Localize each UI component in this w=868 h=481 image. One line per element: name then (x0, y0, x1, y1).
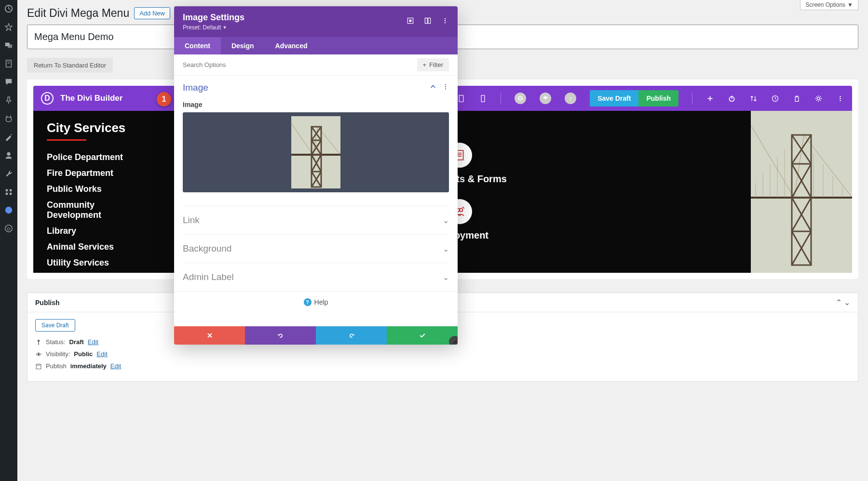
svg-point-32 (817, 97, 820, 99)
gear-icon[interactable] (814, 94, 823, 103)
plugins-icon[interactable] (4, 114, 14, 123)
cancel-button[interactable] (174, 326, 245, 345)
pin2-icon[interactable] (4, 95, 14, 105)
svg-rect-7 (6, 189, 8, 192)
media-icon[interactable] (4, 40, 14, 50)
section-admin-label[interactable]: Admin Label ⌄ (183, 263, 449, 291)
custom1-icon[interactable] (4, 205, 14, 215)
undo-circle-icon[interactable] (515, 93, 526, 104)
svg-rect-10 (10, 193, 12, 195)
search-options-input[interactable] (183, 58, 417, 71)
more-icon[interactable] (441, 17, 449, 27)
menu-heading: City Services (47, 120, 155, 135)
divi-menu-icon[interactable]: D (4, 224, 14, 233)
section-background[interactable]: Background ⌄ (183, 234, 449, 263)
tab-content[interactable]: Content (174, 37, 221, 54)
svg-point-35 (840, 100, 841, 101)
power-icon[interactable] (728, 94, 736, 103)
menu-list: Police Department Fire Department Public… (47, 149, 155, 271)
save-draft-button[interactable]: Save Draft (590, 90, 638, 107)
redo-button[interactable] (316, 326, 387, 345)
more-icon[interactable] (442, 83, 449, 92)
add-new-button[interactable]: Add New (134, 7, 170, 19)
confirm-button[interactable] (387, 326, 458, 345)
bridge-image (751, 111, 852, 273)
divi-logo-icon: D (41, 92, 54, 105)
tab-design[interactable]: Design (221, 37, 265, 54)
return-standard-editor-button[interactable]: Return To Standard Editor (27, 58, 113, 73)
tab-advanced[interactable]: Advanced (265, 37, 318, 54)
svg-text:D: D (7, 227, 11, 231)
pages-icon[interactable] (4, 59, 14, 68)
svg-rect-22 (459, 95, 463, 102)
settings-icon[interactable] (4, 187, 14, 197)
modal-title: Image Settings (183, 13, 244, 23)
heading-underline (47, 139, 86, 141)
svg-rect-76 (409, 20, 412, 22)
section-link[interactable]: Link ⌄ (183, 206, 449, 234)
svg-point-79 (445, 18, 446, 19)
undo-button[interactable] (245, 326, 316, 345)
divi-builder-title: The Divi Builder (60, 94, 122, 103)
tablet-icon[interactable] (457, 94, 465, 103)
edit-status-link[interactable]: Edit (88, 338, 98, 346)
publish-button[interactable]: Publish (638, 90, 678, 107)
pin-icon[interactable] (4, 22, 14, 32)
svg-rect-78 (428, 18, 431, 23)
history-icon[interactable] (771, 94, 779, 103)
screen-options-tab[interactable]: Screen Options ▼ (800, 0, 858, 10)
svg-point-34 (840, 98, 841, 99)
preset-dropdown[interactable]: Preset: Default ▼ (183, 24, 244, 31)
visibility-row: Visibility: Public Edit (35, 350, 850, 358)
svg-rect-71 (36, 364, 41, 369)
image-settings-modal: Image Settings Preset: Default ▼ Content… (174, 6, 458, 345)
save-draft-inline-button[interactable]: Save Draft (35, 319, 75, 332)
comments-icon[interactable] (4, 77, 14, 87)
svg-rect-3 (6, 60, 12, 67)
svg-point-33 (840, 95, 841, 97)
more-icon[interactable] (836, 94, 844, 103)
help-circle-icon[interactable]: ? (565, 93, 576, 104)
mobile-icon[interactable] (479, 94, 487, 103)
svg-point-41 (460, 209, 463, 212)
tools-icon[interactable] (4, 169, 14, 178)
modal-footer (174, 326, 458, 345)
chevron-down-icon: ▼ (222, 25, 227, 30)
chevron-down-icon: ▼ (847, 1, 853, 8)
svg-rect-23 (481, 95, 485, 102)
plus-icon[interactable] (706, 94, 714, 103)
svg-rect-9 (6, 193, 8, 195)
svg-point-81 (445, 22, 446, 23)
svg-point-11 (5, 207, 12, 214)
users-icon[interactable] (4, 150, 14, 160)
appearance-icon[interactable] (4, 132, 14, 142)
page-title: Edit Divi Mega Menu (27, 7, 129, 20)
columns-icon[interactable] (424, 17, 432, 27)
svg-rect-8 (10, 189, 12, 192)
help-icon: ? (304, 298, 312, 306)
menu-item[interactable]: Community Development (47, 197, 134, 223)
menu-item[interactable]: Police Department (47, 149, 155, 165)
chevron-up-icon[interactable]: ⌃ (836, 298, 842, 307)
section-image-header[interactable]: Image (183, 82, 449, 93)
chevron-down-icon[interactable]: ⌄ (844, 298, 850, 307)
filter-button[interactable]: + Filter (417, 58, 449, 71)
svg-rect-69 (38, 342, 39, 345)
help-link[interactable]: ? Help (174, 291, 458, 313)
layers-circle-icon[interactable] (540, 93, 551, 104)
chevron-up-icon[interactable] (430, 83, 436, 92)
menu-item[interactable]: Library (47, 223, 155, 239)
menu-item[interactable]: Animal Services (47, 239, 155, 255)
chevron-down-icon: ⌄ (443, 216, 449, 225)
resize-handle[interactable] (449, 336, 458, 345)
menu-item[interactable]: Utility Services (47, 255, 155, 271)
sort-icon[interactable] (749, 94, 758, 103)
menu-item[interactable]: Fire Department (47, 165, 155, 181)
trash-icon[interactable] (793, 94, 801, 103)
menu-item[interactable]: Public Works (47, 181, 155, 197)
edit-publishdate-link[interactable]: Edit (110, 362, 121, 370)
fullscreen-icon[interactable] (407, 17, 414, 27)
image-preview[interactable] (183, 112, 449, 192)
dashboard-icon[interactable] (4, 4, 14, 13)
edit-visibility-link[interactable]: Edit (96, 350, 107, 358)
